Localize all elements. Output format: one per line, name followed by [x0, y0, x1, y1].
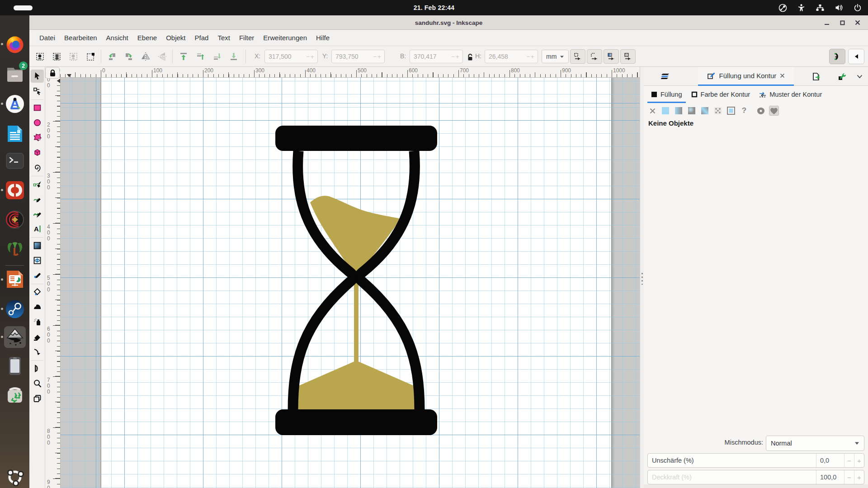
clock[interactable]: 21. Feb 22:44 [0, 0, 868, 15]
move-gradients-toggle[interactable] [604, 49, 619, 64]
dock-item-terminal[interactable] [4, 150, 26, 172]
tool-gradient[interactable] [31, 239, 44, 252]
flip-horizontal-icon[interactable] [140, 51, 151, 62]
tool-ellipse[interactable] [31, 116, 44, 129]
subtab-stroke-paint[interactable]: Farbe der Kontur [688, 86, 754, 103]
dock-item-firefox[interactable] [4, 33, 26, 55]
titlebar[interactable]: sanduhr.svg - Inkscape [29, 15, 868, 30]
paint-swatch-button[interactable] [726, 106, 736, 116]
opacity-slider[interactable]: Deckkraft (%) 100,0 − + [647, 470, 864, 484]
paint-mesh-gradient-button[interactable] [700, 106, 710, 116]
tool-node-editor[interactable] [31, 84, 44, 98]
select-all-layers-icon[interactable] [52, 51, 63, 62]
menu-item-erweiterungen[interactable]: Erweiterungen [259, 30, 311, 46]
menu-item-filter[interactable]: Filter [235, 30, 259, 46]
subtab-stroke-style[interactable]: Muster der Kontur [755, 86, 826, 103]
panel-divider[interactable] [640, 67, 644, 488]
raise-to-top-icon[interactable] [178, 51, 189, 62]
dock-item-android-studio[interactable] [4, 93, 26, 115]
menu-item-bearbeiten[interactable]: Bearbeiten [60, 30, 102, 46]
panel-resize-grip[interactable] [642, 273, 643, 285]
fill-stroke-tab[interactable]: Füllung und Kontur [698, 67, 794, 86]
system-tray[interactable] [778, 0, 862, 15]
blur-decrement-button[interactable]: − [844, 454, 854, 467]
tool-pages[interactable] [31, 392, 44, 405]
selection-box-icon[interactable] [85, 51, 97, 62]
blend-mode-dropdown[interactable]: Normal [766, 436, 864, 451]
select-all-icon[interactable] [35, 51, 47, 62]
dock-item-inkscape[interactable] [4, 326, 26, 348]
dock-item-trash[interactable] [4, 384, 26, 405]
minimize-button[interactable] [821, 17, 833, 28]
tool-spiral[interactable] [31, 161, 44, 174]
dock-item-steam[interactable] [4, 298, 26, 320]
dock-item-libreoffice-writer[interactable] [4, 123, 26, 145]
paint-radial-gradient-button[interactable] [687, 106, 697, 116]
tool-eraser[interactable] [31, 330, 44, 343]
maximize-button[interactable] [836, 17, 848, 28]
tool-mesh-gradient[interactable] [31, 254, 44, 267]
unit-dropdown[interactable]: mm [542, 50, 569, 63]
dock-item-game-emblem[interactable] [4, 209, 26, 230]
tool-calligraphy[interactable] [31, 207, 44, 221]
menu-item-ansicht[interactable]: Ansicht [102, 30, 133, 46]
collapse-toolbar-arrow[interactable] [848, 49, 864, 64]
accessibility-icon[interactable] [797, 4, 806, 12]
menu-item-text[interactable]: Text [213, 30, 235, 46]
lock-ratio-icon[interactable] [464, 52, 476, 63]
tool-pen[interactable] [31, 178, 44, 191]
paint-none-button[interactable] [647, 106, 657, 116]
scale-corners-toggle[interactable] [587, 49, 602, 64]
tool-spray[interactable] [31, 315, 44, 328]
height-field[interactable]: 26,458 −+ [485, 50, 538, 63]
tool-star[interactable] [31, 131, 44, 144]
close-button[interactable] [852, 17, 863, 28]
snap-toggle[interactable] [829, 49, 845, 64]
dock-item-files[interactable]: 2 [4, 63, 26, 85]
tool-paint-bucket[interactable] [31, 286, 44, 299]
tool-box-3d[interactable] [31, 146, 44, 159]
panel-menu-chevron[interactable] [853, 67, 866, 86]
paint-pattern-button[interactable] [713, 106, 723, 116]
dock-item-ubuntu-show-apps[interactable] [4, 466, 26, 488]
volume-icon[interactable] [835, 4, 844, 12]
tool-zoom[interactable] [31, 377, 44, 390]
opacity-increment-button[interactable]: + [854, 470, 864, 484]
dock-item-libreoffice-impress[interactable] [4, 269, 26, 291]
move-patterns-toggle[interactable] [620, 49, 636, 64]
x-field[interactable]: 317,500 −+ [264, 50, 318, 63]
paint-flat-button[interactable] [660, 106, 670, 116]
paint-linear-gradient-button[interactable] [674, 106, 684, 116]
tool-measure[interactable] [31, 362, 44, 375]
blur-increment-button[interactable]: + [854, 454, 864, 467]
tool-pencil[interactable] [31, 192, 44, 206]
deselect-icon[interactable] [68, 51, 80, 62]
tool-text[interactable]: A [31, 222, 44, 235]
raise-icon[interactable] [194, 51, 206, 62]
fill-rule-nonzero-button[interactable] [769, 106, 779, 116]
rotate-cw-icon[interactable] [123, 51, 135, 62]
subtab-fill[interactable]: Füllung [647, 86, 686, 103]
lower-to-bottom-icon[interactable] [228, 51, 240, 62]
dock-item-mobile-device[interactable] [4, 355, 26, 377]
width-field[interactable]: 370,417 −+ [410, 50, 463, 63]
menu-item-ebene[interactable]: Ebene [133, 30, 161, 46]
tool-dropper[interactable] [31, 269, 44, 282]
network-icon[interactable] [816, 4, 825, 12]
tool-selector[interactable] [31, 70, 44, 83]
steam-tray-icon[interactable] [778, 4, 787, 12]
hourglass-drawing[interactable] [275, 125, 438, 436]
tool-connector[interactable] [31, 345, 44, 358]
power-icon[interactable] [854, 4, 862, 12]
lower-icon[interactable] [211, 51, 223, 62]
menu-item-pfad[interactable]: Pfad [190, 30, 213, 46]
tool-tweak[interactable] [31, 300, 44, 314]
export-dialog-tab[interactable] [803, 67, 829, 86]
close-icon[interactable] [780, 73, 785, 78]
dock-item-wesnoth[interactable] [4, 238, 26, 260]
menu-item-objekt[interactable]: Objekt [161, 30, 190, 46]
scale-stroke-toggle[interactable] [570, 49, 585, 64]
menu-item-hilfe[interactable]: Hilfe [311, 30, 334, 46]
horizontal-ruler[interactable]: 10001002003004005006007008009001000 [45, 67, 640, 78]
opacity-decrement-button[interactable]: − [844, 470, 854, 484]
